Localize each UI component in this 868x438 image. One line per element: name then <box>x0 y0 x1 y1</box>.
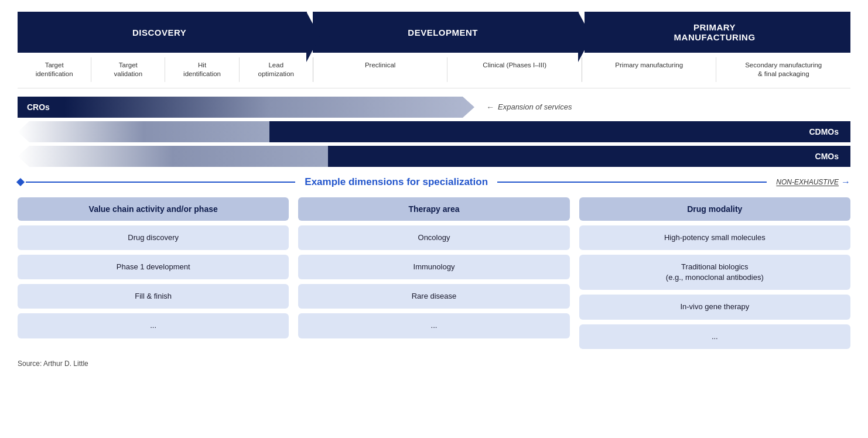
cro-bar: CROs ← Expansion of services <box>18 97 850 118</box>
dim-item-value-chain-2: Fill & finish <box>18 284 289 309</box>
dim-item-therapy-area-3: ... <box>298 313 569 338</box>
manufacturing-subphases: Primary manufacturing Secondary manufact… <box>582 57 850 82</box>
phase-development-label: DEVELOPMENT <box>408 28 478 37</box>
cdmo-gradient <box>18 121 269 142</box>
cro-gradient-bar <box>64 97 474 118</box>
dimension-column-drug-modality: Drug modalityHigh-potency small molecule… <box>579 197 850 349</box>
phases-row: DISCOVERY DEVELOPMENT PRIMARY MANUFACTUR… <box>18 12 850 53</box>
subphase-hit-id: Hitidentification <box>165 57 239 82</box>
cmo-row: CMOs <box>18 146 850 167</box>
non-exhaustive-label: NON-EXHAUSTIVE <box>776 178 839 186</box>
expansion-text: ← Expansion of services <box>486 102 572 112</box>
development-subphases: Preclinical Clinical (Phases I–III) <box>313 57 582 82</box>
source-text: Source: Arthur D. Little <box>18 360 850 368</box>
subphase-secondary-mfg: Secondary manufacturing& final packaging <box>716 57 850 82</box>
dim-item-drug-modality-0: High-potency small molecules <box>579 225 850 250</box>
subphase-clinical: Clinical (Phases I–III) <box>447 57 582 82</box>
specialization-header: Example dimensions for specialization NO… <box>18 176 850 188</box>
dim-item-drug-modality-1: Traditional biologics (e.g., monoclonal … <box>579 255 850 290</box>
dimension-column-therapy-area: Therapy areaOncologyImmunologyRare disea… <box>298 197 569 349</box>
subphases-row: Targetidentification Targetvalidation Hi… <box>18 57 850 88</box>
dim-item-therapy-area-2: Rare disease <box>298 284 569 309</box>
subphase-preclinical: Preclinical <box>313 57 448 82</box>
discovery-subphases: Targetidentification Targetvalidation Hi… <box>18 57 313 82</box>
spec-line-left <box>26 182 295 183</box>
cmo-gradient <box>18 146 328 167</box>
dim-item-therapy-area-0: Oncology <box>298 225 569 250</box>
subphase-lead-opt: Leadoptimization <box>240 57 313 82</box>
cdmo-row: CDMOs <box>18 121 850 142</box>
subphase-target-id: Targetidentification <box>18 57 91 82</box>
cdmo-label: CDMOs <box>269 121 850 142</box>
service-bars: CROs ← Expansion of services CDMOs CMOs <box>18 97 850 167</box>
dim-header-value-chain: Value chain activity and/or phase <box>18 197 289 221</box>
phase-manufacturing: PRIMARY MANUFACTURING <box>585 12 850 53</box>
cro-label: CROs <box>18 97 64 118</box>
dim-header-therapy-area: Therapy area <box>298 197 569 221</box>
dim-item-value-chain-0: Drug discovery <box>18 225 289 250</box>
cro-row: CROs ← Expansion of services <box>18 97 850 118</box>
dim-item-value-chain-3: ... <box>18 313 289 338</box>
phase-manufacturing-label: PRIMARY MANUFACTURING <box>674 22 756 42</box>
subphase-primary-mfg: Primary manufacturing <box>582 57 717 82</box>
dim-item-therapy-area-1: Immunology <box>298 255 569 279</box>
dim-item-value-chain-1: Phase 1 development <box>18 255 289 279</box>
phase-discovery: DISCOVERY <box>18 12 307 53</box>
dimensions-section: Value chain activity and/or phaseDrug di… <box>18 197 850 349</box>
spec-arrow-right-icon: → <box>841 177 850 187</box>
spec-line-right <box>497 182 767 183</box>
specialization-title: Example dimensions for specialization <box>295 176 497 188</box>
phase-development: DEVELOPMENT <box>313 12 579 53</box>
dimension-column-value-chain: Value chain activity and/or phaseDrug di… <box>18 197 289 349</box>
dim-item-drug-modality-2: In-vivo gene therapy <box>579 295 850 319</box>
phase-discovery-label: DISCOVERY <box>132 28 186 37</box>
subphase-target-val: Targetvalidation <box>91 57 165 82</box>
dim-header-drug-modality: Drug modality <box>579 197 850 221</box>
dim-item-drug-modality-3: ... <box>579 324 850 349</box>
cmo-label: CMOs <box>328 146 850 167</box>
expansion-arrow-icon: ← <box>486 102 494 112</box>
spec-diamond-left-icon <box>16 178 25 186</box>
